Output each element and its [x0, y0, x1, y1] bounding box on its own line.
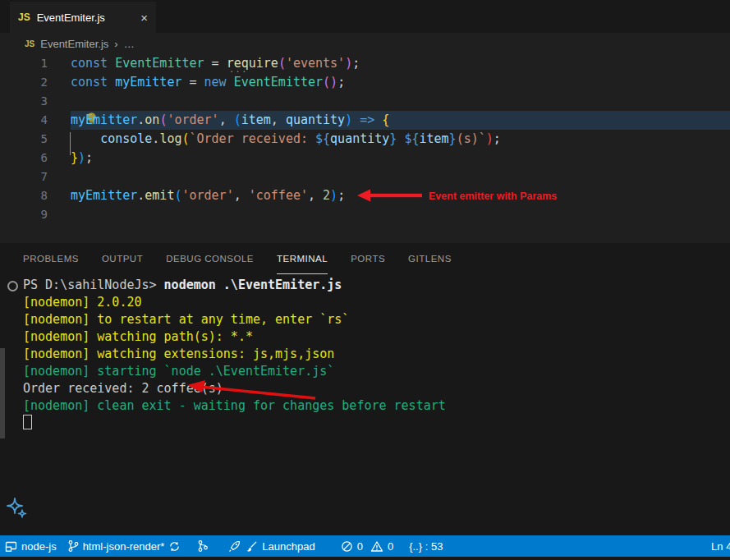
launchpad-item[interactable]: Launchpad [228, 539, 314, 553]
code-text: myEmitter.on('order', (item, quantity) =… [71, 111, 730, 130]
status-bar: node-js html-json-render* [0, 535, 730, 557]
line-number: 8 [0, 186, 48, 205]
code-line[interactable]: 3 [0, 92, 730, 111]
js-file-icon: JS [18, 11, 30, 23]
terminal-left-gutter [0, 348, 5, 438]
line-number: 1 [0, 54, 48, 73]
red-arrow-annotation [186, 379, 321, 404]
git-graph-icon [196, 539, 209, 553]
annotation-label: Event emitter with Params [429, 190, 557, 202]
panel-tab-problems[interactable]: PROBLEMS [23, 243, 79, 274]
git-branch-item[interactable]: html-json-render* [67, 539, 181, 553]
git-branch-icon [67, 539, 79, 553]
breadcrumb-file[interactable]: EventEmiter.js [40, 38, 108, 50]
terminal-line [23, 415, 446, 432]
terminal-line: [nodemon] watching extensions: js,mjs,js… [23, 346, 446, 363]
json-badge-label: {..} : 53 [409, 540, 443, 553]
code-editor[interactable]: 1const EventEmitter = require...('events… [0, 54, 730, 243]
line-number: 3 [0, 92, 48, 111]
line-number: 6 [0, 149, 48, 168]
warning-count: 0 [388, 540, 393, 553]
remote-window-icon [5, 540, 17, 553]
line-number: 2 [0, 73, 48, 92]
close-icon[interactable]: × [140, 11, 148, 24]
code-text: console.log(`Order received: ${quantity}… [71, 130, 730, 149]
line-col-label: Ln 4, [711, 540, 730, 553]
terminal-line: [nodemon] watching path(s): *.* [23, 328, 446, 346]
terminal-output[interactable]: PS D:\sahilNodeJs> nodemon .\EventEmiter… [23, 277, 446, 432]
code-line[interactable]: 6}); [0, 149, 730, 168]
code-text [71, 92, 730, 111]
code-text [71, 205, 730, 224]
panel-tab-terminal[interactable]: TERMINAL [277, 243, 328, 274]
tab-bar: JS EventEmiter.js × [0, 0, 730, 33]
red-arrow-annotation [356, 188, 424, 203]
prompt-decoration-circle[interactable] [7, 281, 18, 291]
branch-label: html-json-render* [83, 540, 165, 553]
line-number: 9 [0, 205, 48, 224]
sync-icon[interactable] [168, 540, 181, 553]
bottom-panel: PROBLEMSOUTPUTDEBUG CONSOLETERMINALPORTS… [0, 243, 730, 535]
breadcrumb-separator: › [114, 38, 117, 50]
remote-indicator[interactable]: node-js [5, 540, 57, 553]
terminal-line: [nodemon] to restart at any time, enter … [23, 311, 446, 328]
bracket-indent-guide [70, 132, 71, 155]
json-outline-badge[interactable]: {..} : 53 [409, 540, 443, 553]
code-text [71, 168, 730, 186]
line-number: 7 [0, 168, 48, 186]
source-control-graph-item[interactable] [196, 539, 209, 553]
tab-eventemiter[interactable]: JS EventEmiter.js × [10, 2, 156, 33]
terminal-line: [nodemon] starting `node .\EventEmiter.j… [23, 363, 446, 380]
warning-icon [370, 540, 383, 553]
code-text: const EventEmitter = require...('events'… [71, 54, 730, 73]
sparkles-icon[interactable] [6, 496, 29, 521]
code-line[interactable]: 5 console.log(`Order received: ${quantit… [0, 130, 730, 149]
paintbrush-icon [246, 540, 258, 553]
tab-title: EventEmiter.js [37, 11, 105, 24]
js-file-icon: JS [25, 39, 34, 48]
code-line[interactable]: 9 [0, 205, 730, 224]
panel-tabs: PROBLEMSOUTPUTDEBUG CONSOLETERMINALPORTS… [0, 243, 730, 274]
panel-tab-gitlens[interactable]: GITLENS [408, 243, 452, 274]
line-number: 5 [0, 130, 48, 149]
terminal-cursor [23, 415, 32, 429]
code-text: }); [71, 149, 730, 168]
remote-label: node-js [21, 540, 57, 553]
code-line[interactable]: 4myEmitter.on('order', (item, quantity) … [0, 111, 730, 130]
panel-tab-debug-console[interactable]: DEBUG CONSOLE [166, 243, 254, 274]
error-count: 0 [357, 540, 363, 553]
cursor-position-indicator[interactable]: Ln 4, [711, 535, 730, 557]
problems-summary[interactable]: 0 0 [341, 540, 393, 553]
breadcrumb[interactable]: JS EventEmiter.js › … [0, 33, 730, 54]
code-line[interactable]: 7 [0, 168, 730, 186]
terminal-line: PS D:\sahilNodeJs> nodemon .\EventEmiter… [23, 277, 446, 294]
line-number: 4 [0, 111, 48, 130]
code-line[interactable]: 2const myEmitter = new EventEmitter(); [0, 73, 730, 92]
panel-tab-ports[interactable]: PORTS [351, 243, 385, 274]
breadcrumb-more[interactable]: … [124, 38, 135, 50]
error-icon [341, 540, 353, 553]
launchpad-label: Launchpad [262, 540, 314, 553]
terminal-line: [nodemon] 2.0.20 [23, 294, 446, 311]
code-text: const myEmitter = new EventEmitter(); [71, 73, 730, 92]
rocket-icon [228, 539, 241, 553]
code-line[interactable]: 1const EventEmitter = require...('events… [0, 54, 730, 73]
panel-tab-output[interactable]: OUTPUT [102, 243, 143, 274]
